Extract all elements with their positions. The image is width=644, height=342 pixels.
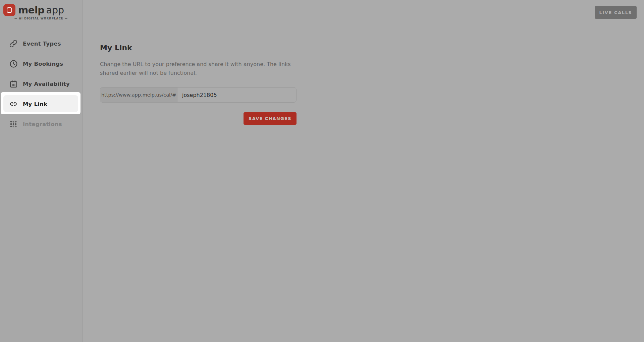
sidebar-nav: Event Types My Bookings xyxy=(0,34,82,134)
link-icon xyxy=(9,100,18,108)
app-screen: melpapp — AI DIGITAL WORKPLACE — Event T… xyxy=(0,0,644,342)
url-prefix-label: https://www.app.melp.us/cal/# xyxy=(100,88,177,102)
logo-tagline: — AI DIGITAL WORKPLACE — xyxy=(14,17,82,20)
live-calls-button[interactable]: LIVE CALLS xyxy=(595,6,637,19)
logo-text: melpapp xyxy=(18,4,64,16)
logo: melpapp — AI DIGITAL WORKPLACE — xyxy=(0,0,82,20)
sidebar-item-my-link[interactable]: My Link xyxy=(0,94,82,114)
sidebar-item-label: My Bookings xyxy=(23,61,63,67)
main-area: LIVE CALLS My Link Change the URL to you… xyxy=(83,0,644,342)
sidebar-item-event-types[interactable]: Event Types xyxy=(0,34,82,54)
logo-text-bold: melp xyxy=(18,4,45,16)
top-header: LIVE CALLS xyxy=(83,0,644,27)
clock-icon xyxy=(9,59,18,68)
sidebar: melpapp — AI DIGITAL WORKPLACE — Event T… xyxy=(0,0,83,342)
actions-row: SAVE CHANGES xyxy=(100,112,297,125)
chain-link-icon xyxy=(9,39,18,48)
melp-logo-icon xyxy=(3,4,15,16)
logo-text-light: app xyxy=(46,4,64,16)
my-link-panel: My Link Change the URL to your preferenc… xyxy=(83,27,644,125)
sidebar-item-label: Event Types xyxy=(23,41,61,47)
page-title: My Link xyxy=(100,44,644,52)
grid-dots-icon xyxy=(9,120,18,128)
sidebar-item-label: Integrations xyxy=(23,121,62,127)
save-changes-button[interactable]: SAVE CHANGES xyxy=(244,112,297,125)
url-slug-input[interactable] xyxy=(177,88,296,102)
sidebar-item-integrations[interactable]: Integrations xyxy=(0,114,82,134)
sidebar-item-my-bookings[interactable]: My Bookings xyxy=(0,54,82,74)
page-description: Change the URL to your preference and sh… xyxy=(100,60,308,77)
url-field-group: https://www.app.melp.us/cal/# xyxy=(100,87,297,103)
sidebar-item-label: My Availability xyxy=(23,81,70,87)
sidebar-item-my-availability[interactable]: My Availability xyxy=(0,74,82,94)
calendar-icon xyxy=(9,79,18,88)
sidebar-item-label: My Link xyxy=(23,101,47,107)
